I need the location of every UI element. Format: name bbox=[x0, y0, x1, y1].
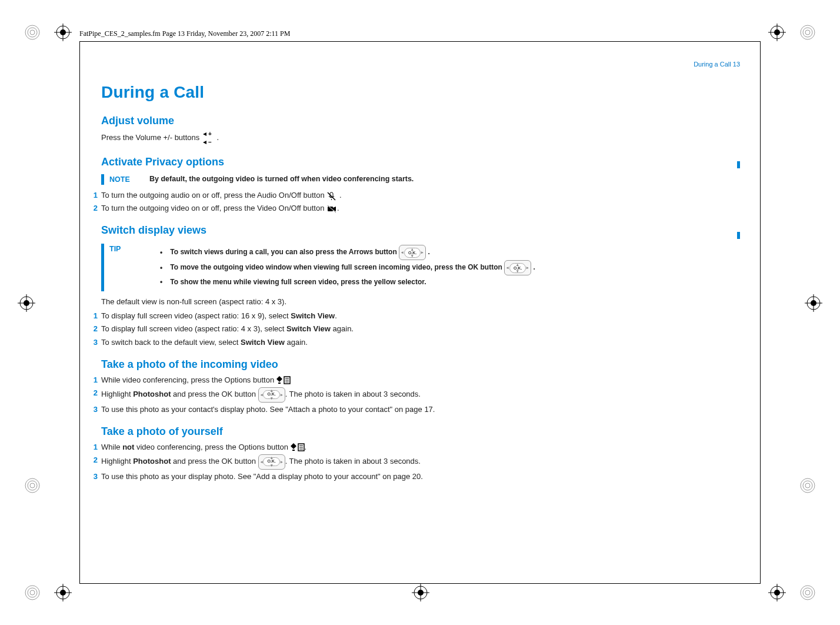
note-bar-icon bbox=[101, 174, 104, 185]
tip-text: To switch views during a call, you can a… bbox=[170, 248, 396, 257]
options-button-icon bbox=[276, 376, 291, 384]
svg-text:+: + bbox=[208, 131, 212, 137]
crop-ring-tr bbox=[799, 24, 816, 41]
note-label: NOTE bbox=[109, 174, 130, 185]
heading-privacy-options: Activate Privacy options bbox=[101, 154, 619, 171]
page-title: During a Call bbox=[101, 79, 619, 105]
list-item: 1 While not video conferencing, press th… bbox=[101, 441, 619, 453]
svg-point-29 bbox=[28, 588, 37, 597]
step-number: 3 bbox=[88, 337, 98, 348]
svg-point-30 bbox=[30, 590, 35, 595]
crop-ring-mrb bbox=[799, 477, 816, 494]
step-number: 1 bbox=[88, 441, 98, 453]
svg-point-13 bbox=[805, 30, 810, 35]
section-marker-icon bbox=[737, 232, 740, 239]
step-number: 2 bbox=[88, 387, 98, 399]
note-body: By default, the outgoing video is turned… bbox=[149, 174, 619, 185]
step-text: To use this photo as your contact's disp… bbox=[101, 405, 435, 414]
list-item: 3 To use this photo as your display phot… bbox=[101, 471, 619, 483]
list-item: 2 Highlight Photoshot and press the OK b… bbox=[101, 454, 619, 470]
privacy-steps: 1 To turn the outgoing audio on or off, … bbox=[101, 190, 619, 214]
step-text: To display full screen video (aspect rat… bbox=[101, 324, 354, 333]
svg-point-2 bbox=[30, 30, 35, 35]
step-text: To use this photo as your display photo.… bbox=[101, 472, 423, 481]
heading-switch-views: Switch display views bbox=[101, 222, 619, 239]
svg-point-45 bbox=[805, 590, 810, 595]
step-text: Highlight Photoshot and press the OK but… bbox=[101, 390, 421, 398]
step-text: To turn the outgoing video on or off, pr… bbox=[101, 204, 324, 212]
list-item: 2 To display full screen video (aspect r… bbox=[101, 323, 619, 335]
list-item: 1 While video conferencing, press the Op… bbox=[101, 374, 619, 386]
step-number: 3 bbox=[88, 404, 98, 415]
svg-rect-58 bbox=[278, 383, 281, 384]
list-item: 1 To display full screen video (aspect r… bbox=[101, 310, 619, 322]
crop-register-tr bbox=[768, 24, 786, 41]
photo-self-steps: 1 While not video conferencing, press th… bbox=[101, 441, 619, 483]
mic-off-icon bbox=[326, 191, 337, 201]
switch-view-steps: 1 To display full screen video (aspect r… bbox=[101, 310, 619, 348]
step-text: To turn the outgoing audio on or off, pr… bbox=[101, 191, 325, 200]
arrows-button-icon: ▴▾◂▸ bbox=[399, 245, 426, 260]
default-view-text: The default view is non-full screen (asp… bbox=[101, 296, 619, 308]
crop-register-mr bbox=[805, 294, 822, 312]
svg-rect-64 bbox=[292, 450, 295, 451]
crop-register-ml bbox=[18, 294, 35, 312]
svg-point-1 bbox=[28, 28, 37, 37]
ok-button-icon: ▴▾◂▸ bbox=[258, 387, 285, 403]
step-number: 2 bbox=[88, 323, 98, 335]
svg-point-26 bbox=[803, 481, 812, 490]
ok-button-icon: ▴▾◂▸ bbox=[258, 454, 285, 470]
crop-ring-br bbox=[799, 584, 816, 601]
step-text: To display full screen video (aspect rat… bbox=[101, 311, 337, 320]
step-number: 3 bbox=[88, 471, 98, 483]
list-item: 2 Highlight Photoshot and press the OK b… bbox=[101, 387, 619, 403]
list-item: 3 To switch back to the default view, se… bbox=[101, 337, 619, 348]
list-item: 2 To turn the outgoing video on or off, … bbox=[101, 202, 619, 214]
list-item: 3 To use this photo as your contact's di… bbox=[101, 404, 619, 415]
svg-text:–: – bbox=[208, 139, 212, 145]
tip-text: To move the outgoing video window when v… bbox=[170, 264, 502, 272]
adjust-volume-label: Press the Volume +/- buttons bbox=[101, 134, 199, 142]
step-number: 2 bbox=[88, 454, 98, 466]
svg-marker-63 bbox=[291, 443, 296, 449]
step-number: 1 bbox=[88, 310, 98, 322]
ok-button-icon: ▴▾◂▸ bbox=[504, 260, 531, 275]
svg-point-44 bbox=[803, 588, 812, 597]
step-text: To switch back to the default view, sele… bbox=[101, 338, 308, 347]
crop-register-br bbox=[768, 584, 786, 601]
photo-incoming-steps: 1 While video conferencing, press the Op… bbox=[101, 374, 619, 415]
svg-marker-57 bbox=[276, 376, 282, 382]
heading-adjust-volume: Adjust volume bbox=[101, 113, 619, 129]
tip-label: TIP bbox=[109, 244, 121, 255]
step-number: 1 bbox=[88, 374, 98, 386]
tip-item: To show the menu while viewing full scre… bbox=[160, 275, 619, 289]
list-item: 1 To turn the outgoing audio on or off, … bbox=[101, 190, 619, 201]
crop-ring-mlb bbox=[24, 477, 41, 494]
heading-photo-self: Take a photo of yourself bbox=[101, 424, 619, 440]
step-number: 2 bbox=[88, 202, 98, 214]
options-button-icon bbox=[291, 443, 305, 451]
svg-point-20 bbox=[30, 483, 35, 488]
svg-marker-48 bbox=[203, 141, 206, 144]
running-header: During a Call 13 bbox=[694, 61, 740, 68]
volume-buttons-icon: +– bbox=[202, 131, 215, 146]
tip-bar-icon bbox=[101, 244, 104, 291]
svg-point-27 bbox=[805, 483, 810, 488]
tip-text: To show the menu while viewing full scre… bbox=[170, 278, 426, 286]
heading-photo-incoming: Take a photo of the incoming video bbox=[101, 357, 619, 373]
crop-ring-tl bbox=[24, 24, 41, 41]
document-header: FatPipe_CES_2_samples.fm Page 13 Friday,… bbox=[79, 29, 290, 38]
tip-item: To switch views during a call, you can a… bbox=[160, 245, 619, 260]
step-number: 1 bbox=[88, 190, 98, 201]
crop-ring-bl bbox=[24, 584, 41, 601]
step-text: While not video conferencing, press the … bbox=[101, 443, 306, 451]
crop-register-tl bbox=[54, 24, 72, 41]
step-text: While video conferencing, press the Opti… bbox=[101, 375, 291, 384]
svg-point-12 bbox=[803, 28, 812, 37]
svg-marker-46 bbox=[203, 132, 206, 136]
tip-item: To move the outgoing video window when v… bbox=[160, 260, 619, 275]
camera-off-icon bbox=[326, 204, 337, 214]
step-text: Highlight Photoshot and press the OK but… bbox=[101, 457, 421, 466]
svg-point-19 bbox=[28, 481, 37, 490]
crop-register-bl bbox=[54, 584, 72, 601]
